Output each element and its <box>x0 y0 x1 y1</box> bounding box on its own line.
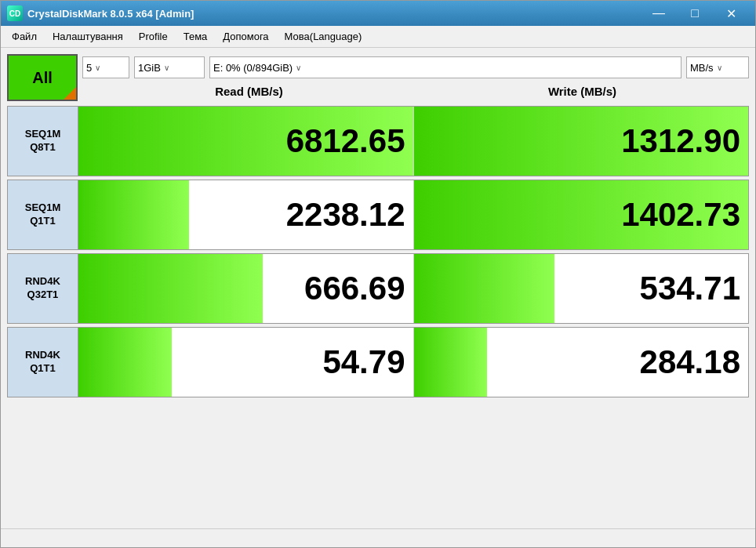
header-write: Write (MB/s) <box>416 82 749 101</box>
drive-value: E: 0% (0/894GiB) <box>213 62 293 74</box>
menu-bar: Файл Налаштування Profile Тема Допомога … <box>1 26 755 48</box>
all-button-label: All <box>32 69 53 87</box>
row-label-1: SEQ1MQ1T1 <box>8 180 78 249</box>
status-bar <box>1 528 755 547</box>
all-button[interactable]: All <box>7 54 78 101</box>
main-content: All 5 1GiB E: 0% (0/894GiB) MB/s <box>1 48 755 528</box>
menu-item-profile[interactable]: Profile <box>131 27 176 45</box>
table-row: RND4KQ1T154.79284.18 <box>7 327 749 397</box>
unit-value: MB/s <box>690 62 714 74</box>
window-title: CrystalDiskMark 8.0.5 x64 [Admin] <box>27 8 641 20</box>
read-value-3: 54.79 <box>322 343 405 381</box>
table-row: RND4KQ32T1666.69534.71 <box>7 253 749 324</box>
close-button[interactable]: ✕ <box>713 1 749 26</box>
app-icon: CD <box>7 5 23 21</box>
table-row: SEQ1MQ1T12238.121402.73 <box>7 180 749 250</box>
toolbar: All 5 1GiB E: 0% (0/894GiB) MB/s <box>7 54 749 101</box>
menu-item-theme[interactable]: Тема <box>176 27 216 45</box>
read-value-1: 2238.12 <box>286 196 405 234</box>
size-dropdown[interactable]: 1GiB <box>134 56 205 78</box>
write-value-2: 534.71 <box>640 270 740 307</box>
count-value: 5 <box>86 62 92 74</box>
row-label-3: RND4KQ1T1 <box>8 328 78 397</box>
read-cell-1: 2238.12 <box>78 180 414 249</box>
header-row: Read (MB/s) Write (MB/s) <box>82 82 749 101</box>
app-window: CD CrystalDiskMark 8.0.5 x64 [Admin] — □… <box>0 0 756 548</box>
write-cell-1: 1402.73 <box>414 180 749 249</box>
write-cell-2: 534.71 <box>414 254 749 323</box>
maximize-button[interactable]: □ <box>677 1 713 26</box>
size-value: 1GiB <box>138 62 161 74</box>
read-value-2: 666.69 <box>304 270 405 307</box>
data-table: SEQ1MQ8T16812.651312.90SEQ1MQ1T12238.121… <box>7 106 749 522</box>
title-bar: CD CrystalDiskMark 8.0.5 x64 [Admin] — □… <box>1 1 755 26</box>
header-read: Read (MB/s) <box>82 82 416 101</box>
drive-dropdown[interactable]: E: 0% (0/894GiB) <box>209 56 681 78</box>
write-cell-3: 284.18 <box>414 328 749 397</box>
read-value-0: 6812.65 <box>286 122 405 160</box>
menu-item-help[interactable]: Допомога <box>215 27 276 45</box>
table-row: SEQ1MQ8T16812.651312.90 <box>7 106 749 176</box>
write-cell-0: 1312.90 <box>414 107 749 176</box>
write-value-0: 1312.90 <box>621 122 740 160</box>
window-controls: — □ ✕ <box>641 1 749 26</box>
menu-item-language[interactable]: Мова(Language) <box>277 27 370 45</box>
minimize-button[interactable]: — <box>641 1 677 26</box>
menu-item-settings[interactable]: Налаштування <box>45 27 131 45</box>
read-cell-0: 6812.65 <box>78 107 414 176</box>
row-label-2: RND4KQ32T1 <box>8 254 78 323</box>
top-dropdowns: 5 1GiB E: 0% (0/894GiB) MB/s <box>82 56 749 78</box>
write-value-3: 284.18 <box>640 343 740 381</box>
write-value-1: 1402.73 <box>621 196 740 234</box>
menu-item-file[interactable]: Файл <box>4 27 45 45</box>
count-dropdown[interactable]: 5 <box>82 56 129 78</box>
unit-dropdown[interactable]: MB/s <box>686 56 749 78</box>
row-label-0: SEQ1MQ8T1 <box>8 107 78 176</box>
dropdowns-container: 5 1GiB E: 0% (0/894GiB) MB/s Read (MB/s) <box>82 56 749 101</box>
read-cell-2: 666.69 <box>78 254 414 323</box>
read-cell-3: 54.79 <box>78 328 414 397</box>
